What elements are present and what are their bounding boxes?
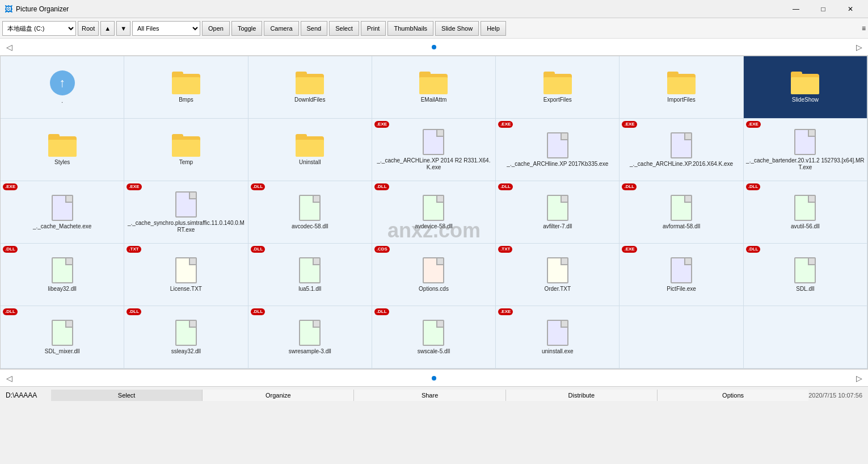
file-item-downldfiles[interactable]: DownldFiles xyxy=(248,56,372,119)
file-item-slideshow[interactable]: SlideShow xyxy=(744,56,867,119)
file-label: avcodec-58.dll xyxy=(292,223,328,230)
file-label: Order.TXT xyxy=(544,286,571,292)
file-icon xyxy=(299,320,321,346)
nav-right-arrow[interactable]: ▷ xyxy=(853,41,865,53)
nav-left-arrow[interactable]: ◁ xyxy=(3,41,15,53)
file-label: libeay32.dll xyxy=(48,286,77,292)
file-icon xyxy=(52,257,73,283)
dll-badge: .DLL xyxy=(251,308,266,315)
file-item-temp[interactable]: Temp xyxy=(124,119,248,181)
folder-icon xyxy=(543,72,572,94)
file-item-machete[interactable]: .EXE _._cache_Machete.exe xyxy=(1,181,124,244)
exe-badge: .EXE xyxy=(622,121,637,128)
dll-badge: .DLL xyxy=(746,183,761,190)
file-item-archline2014[interactable]: .EXE _._cache_ARCHLine.XP 2014 R2 R331.X… xyxy=(372,119,496,181)
file-item-exportfiles[interactable]: ExportFiles xyxy=(496,56,620,119)
file-item-bartender[interactable]: .EXE _._cache_bartender.20.v11.2 152793.… xyxy=(744,119,867,181)
file-item-bmps[interactable]: Bmps xyxy=(124,56,248,119)
file-item-sdl-mixer[interactable]: .DLL SDL_mixer.dll xyxy=(1,306,124,369)
file-item-avfilter[interactable]: .DLL avfilter-7.dll xyxy=(496,181,620,244)
close-button[interactable]: ✕ xyxy=(837,3,863,15)
nav-right-bottom-arrow[interactable]: ▷ xyxy=(853,373,865,384)
file-item-archline2017[interactable]: .EXE _._cache_ARCHline.XP 2017Kb335.exe xyxy=(496,119,620,181)
filter-select[interactable]: All Files xyxy=(132,21,200,36)
folder-icon xyxy=(296,134,324,157)
file-item-synchro[interactable]: .EXE _._cache_synchro.plus.simtraffic.11… xyxy=(124,181,248,244)
root-button[interactable]: Root xyxy=(78,21,99,36)
file-item-sdl[interactable]: .DLL SDL.dll xyxy=(744,244,867,306)
minimize-button[interactable]: — xyxy=(783,3,809,15)
file-icon xyxy=(175,257,197,283)
file-item-up[interactable]: ↑ . xyxy=(1,56,124,119)
nav-down-button[interactable]: ▼ xyxy=(116,21,130,36)
file-item-swresample[interactable]: .DLL swresample-3.dll xyxy=(248,306,372,369)
file-label: License.TXT xyxy=(170,286,202,292)
print-button[interactable]: Print xyxy=(361,21,386,36)
toggle-button[interactable]: Toggle xyxy=(231,21,262,36)
select-button[interactable]: Select xyxy=(329,21,359,36)
file-icon xyxy=(547,195,568,221)
toolbar: 本地磁盘 (C:) Root ▲ ▼ All Files Open Toggle… xyxy=(0,18,868,39)
status-tab-share[interactable]: Share xyxy=(354,390,505,401)
status-path: D:\AAAAA xyxy=(6,391,51,399)
file-item-lua[interactable]: .DLL lua5.1.dll xyxy=(248,244,372,306)
file-label: avformat-58.dll xyxy=(663,223,700,230)
status-tab-distribute[interactable]: Distribute xyxy=(506,390,658,401)
file-icon xyxy=(794,129,816,155)
status-tab-options[interactable]: Options xyxy=(658,390,808,401)
file-item-order[interactable]: .TXT Order.TXT xyxy=(496,244,620,306)
file-item-avdevice[interactable]: .DLL avdevice-58.dll xyxy=(372,181,496,244)
nav-dot-bottom xyxy=(432,376,436,381)
file-item-avutil[interactable]: .DLL avutil-56.dll xyxy=(744,181,867,244)
help-button[interactable]: Help xyxy=(481,21,506,36)
status-tab-organize[interactable]: Organize xyxy=(203,390,354,401)
open-button[interactable]: Open xyxy=(202,21,230,36)
file-label: . xyxy=(61,98,63,104)
exe-badge: .EXE xyxy=(746,121,761,128)
status-tab-select[interactable]: Select xyxy=(51,390,203,401)
file-item-options[interactable]: .CDS Options.cds xyxy=(372,244,496,306)
dll-badge: .DLL xyxy=(374,183,389,190)
txt-badge: .TXT xyxy=(127,246,141,253)
file-icon xyxy=(794,195,816,221)
file-item-ssleay32[interactable]: .DLL ssleay32.dll xyxy=(124,306,248,369)
file-item-libeay32[interactable]: .DLL libeay32.dll xyxy=(1,244,124,306)
file-item-uninstall[interactable]: .EXE uninstall.exe xyxy=(496,306,620,369)
send-button[interactable]: Send xyxy=(301,21,328,36)
slideshow-button[interactable]: Slide Show xyxy=(435,21,479,36)
title-bar-controls: — □ ✕ xyxy=(783,3,863,15)
file-item-pictfile[interactable]: .EXE PictFile.exe xyxy=(620,244,743,306)
drive-select[interactable]: 本地磁盘 (C:) xyxy=(2,21,76,36)
maximize-button[interactable]: □ xyxy=(810,3,836,15)
title-bar-left: 🖼 Picture Organizer xyxy=(5,5,69,14)
file-item-importfiles[interactable]: ImportFiles xyxy=(620,56,743,119)
thumbnails-button[interactable]: ThumbNails xyxy=(387,21,433,36)
dll-badge: .DLL xyxy=(3,246,18,253)
exe-badge: .EXE xyxy=(127,183,141,190)
file-label: EMailAttm xyxy=(421,97,447,103)
dll-badge: .DLL xyxy=(3,308,18,315)
file-item-emailattm[interactable]: EMailAttm xyxy=(372,56,496,119)
nav-left-bottom-arrow[interactable]: ◁ xyxy=(3,373,15,384)
file-item-license[interactable]: .TXT License.TXT xyxy=(124,244,248,306)
status-datetime: 2020/7/15 10:07:56 xyxy=(808,392,862,399)
file-label: DownldFiles xyxy=(294,97,325,103)
file-item-archline2016[interactable]: .EXE _._cache_ARCHLine.XP.2016.X64.K.exe xyxy=(620,119,743,181)
folder-icon xyxy=(791,72,819,94)
file-item-avcodec[interactable]: .DLL avcodec-58.dll xyxy=(248,181,372,244)
exe-badge: .EXE xyxy=(498,121,513,128)
nav-center-top xyxy=(15,45,853,49)
file-label: Options.cds xyxy=(419,286,449,292)
camera-button[interactable]: Camera xyxy=(264,21,298,36)
file-icon xyxy=(52,195,73,221)
file-item-avformat[interactable]: .DLL avformat-58.dll xyxy=(620,181,743,244)
file-label: avdevice-58.dll xyxy=(415,223,453,230)
file-item-swscale[interactable]: .DLL swscale-5.dll xyxy=(372,306,496,369)
file-item-uninstall-folder[interactable]: Uninstall xyxy=(248,119,372,181)
file-label: _._cache_synchro.plus.simtraffic.11.0.14… xyxy=(127,220,245,233)
dll-badge: .DLL xyxy=(127,308,141,315)
file-icon xyxy=(794,257,816,283)
file-label: Temp xyxy=(179,159,193,166)
file-item-styles[interactable]: Styles xyxy=(1,119,124,181)
nav-up-button[interactable]: ▲ xyxy=(100,21,115,36)
